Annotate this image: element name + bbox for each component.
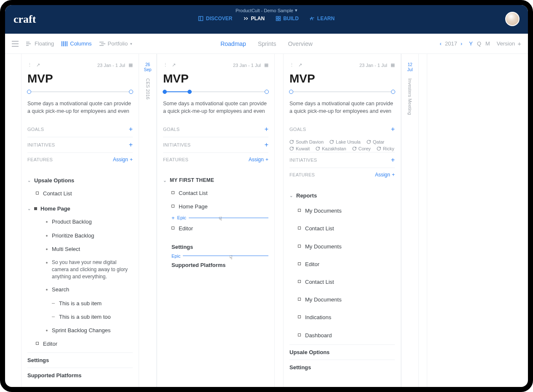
- nav-plan[interactable]: PLAN: [244, 16, 265, 21]
- tree-item[interactable]: Dashboard: [289, 327, 395, 344]
- zoom-year[interactable]: Y: [469, 40, 473, 47]
- column-description: Some days a motivational quote can provi…: [163, 100, 268, 115]
- group-supported-platforms[interactable]: Supported Platforms: [163, 259, 268, 271]
- section-initiatives[interactable]: INITIATIVES +: [27, 137, 133, 153]
- tree-item[interactable]: Multi Select: [27, 243, 133, 256]
- group-supported-platforms[interactable]: Supported Platforms: [27, 368, 133, 383]
- add-epic[interactable]: Epic ☟: [163, 253, 268, 259]
- year-prev-icon[interactable]: ‹: [440, 40, 442, 47]
- nav-discover[interactable]: DISCOVER: [198, 16, 233, 21]
- goal-chip[interactable]: South Davion: [289, 139, 324, 144]
- assign-button[interactable]: Assign+: [375, 172, 395, 178]
- nav-build[interactable]: BUILD: [276, 16, 299, 21]
- date-range: 23 Jan - 1 Jul: [359, 63, 387, 68]
- share-icon[interactable]: ↗: [172, 62, 176, 68]
- progress-slider[interactable]: [163, 90, 268, 94]
- group-upsale-options[interactable]: ⌄ Upsale Options: [27, 174, 133, 187]
- tree-item[interactable]: My Documents: [289, 202, 395, 220]
- group-upsale-options[interactable]: Upsale Options: [289, 344, 395, 360]
- milestone-strip[interactable]: 26 Sep CES 2016: [139, 54, 157, 387]
- group-my-first-theme[interactable]: ⌄ MY FIRST THEME: [163, 174, 268, 187]
- progress-slider[interactable]: [27, 90, 133, 94]
- goal-chip[interactable]: Kuwait: [289, 146, 310, 151]
- tree-item[interactable]: Contact List: [163, 187, 268, 200]
- plus-icon[interactable]: +: [265, 141, 268, 149]
- zoom-month[interactable]: M: [485, 40, 490, 47]
- section-features[interactable]: FEATURES Assign+: [27, 153, 133, 166]
- menu-icon[interactable]: [12, 41, 19, 47]
- tree-item[interactable]: Prioritize Backlog: [27, 229, 133, 243]
- goal-chip[interactable]: Corey: [352, 146, 371, 151]
- tab-sprints[interactable]: Sprints: [258, 40, 276, 47]
- goal-chips: South Davion Lake Ursula Qatar Kuwait Ka…: [289, 137, 395, 152]
- group-settings[interactable]: Settings: [289, 360, 395, 375]
- tree-item[interactable]: Editor: [163, 222, 268, 235]
- group-reports[interactable]: ⌄ Reports: [289, 189, 395, 202]
- column-menu-icon[interactable]: ⋮: [27, 62, 32, 68]
- goal-chip[interactable]: Lake Ursula: [329, 139, 361, 144]
- group-settings[interactable]: Settings: [163, 241, 268, 253]
- tab-overview[interactable]: Overview: [288, 40, 312, 47]
- tree-item[interactable]: Editor: [289, 256, 395, 273]
- section-goals[interactable]: GOALS +: [27, 122, 133, 137]
- svg-rect-4: [279, 19, 280, 21]
- tree-item[interactable]: Contact List: [289, 273, 395, 291]
- section-features[interactable]: FEATURES Assign+: [163, 153, 268, 166]
- tree-subitem[interactable]: This is a sub item too: [27, 310, 133, 324]
- tree-item[interactable]: Contact List: [289, 220, 395, 237]
- milestone-strip[interactable]: 12 Jul Investers Meeting: [401, 54, 419, 387]
- cursor-hand-icon: ☟: [219, 216, 222, 222]
- nav-learn[interactable]: LEARN: [310, 16, 335, 21]
- section-features[interactable]: FEATURES Assign+: [289, 168, 395, 181]
- tree-item[interactable]: Search: [27, 283, 133, 296]
- year-label: 2017: [445, 40, 457, 47]
- goal-chip[interactable]: Kazakhstan: [316, 146, 346, 151]
- section-goals[interactable]: GOALS +: [163, 122, 268, 137]
- plus-icon[interactable]: +: [129, 125, 133, 133]
- tree-item[interactable]: Product Backlog: [27, 215, 133, 229]
- tree-item[interactable]: Indications: [289, 309, 395, 326]
- view-columns[interactable]: Columns: [62, 40, 91, 47]
- tree-item[interactable]: Editor: [27, 337, 133, 351]
- version-selector[interactable]: Version +: [497, 40, 521, 47]
- tree-item[interactable]: So you have your new digital camera and …: [27, 256, 133, 283]
- goal-chip[interactable]: Qatar: [367, 139, 385, 144]
- calendar-icon[interactable]: ▦: [129, 62, 133, 68]
- assign-button[interactable]: Assign+: [249, 157, 268, 163]
- add-epic[interactable]: + Epic ☟: [163, 214, 268, 222]
- share-icon[interactable]: ↗: [36, 62, 40, 68]
- group-home-page[interactable]: ⌄ Home Page: [27, 202, 133, 215]
- group-settings[interactable]: Settings: [27, 352, 133, 368]
- column-menu-icon[interactable]: ⋮: [289, 62, 294, 68]
- calendar-icon[interactable]: ▦: [391, 62, 395, 68]
- tree-item[interactable]: My Documents: [289, 291, 395, 309]
- zoom-quarter[interactable]: Q: [477, 40, 481, 47]
- plus-icon[interactable]: +: [391, 156, 395, 164]
- top-header: craft ProductCult - Demo Sample ▾ DISCOV…: [5, 5, 528, 34]
- workspace-selector[interactable]: ProductCult - Demo Sample ▾: [5, 5, 528, 16]
- progress-slider[interactable]: [289, 90, 395, 94]
- tab-roadmap[interactable]: Roadmap: [220, 40, 246, 47]
- goal-chip[interactable]: Ricky: [377, 146, 394, 151]
- tree-item[interactable]: Home Page: [163, 200, 268, 213]
- portfolio-icon: [99, 41, 105, 46]
- plus-icon[interactable]: +: [129, 141, 133, 149]
- user-avatar[interactable]: [505, 12, 520, 26]
- calendar-icon[interactable]: ▦: [264, 62, 268, 68]
- section-initiatives[interactable]: INITIATIVES +: [163, 137, 268, 153]
- tree-item[interactable]: Contact List: [27, 187, 133, 200]
- tree-item[interactable]: My Documents: [289, 238, 395, 256]
- share-icon[interactable]: ↗: [298, 62, 302, 68]
- year-next-icon[interactable]: ›: [461, 40, 462, 47]
- section-initiatives[interactable]: INITIATIVES +: [289, 152, 395, 168]
- svg-rect-0: [199, 16, 203, 21]
- column-menu-icon[interactable]: ⋮: [163, 62, 168, 68]
- view-portfolio[interactable]: Portfolio ▾: [99, 40, 133, 47]
- view-floating[interactable]: Floating: [26, 40, 54, 47]
- assign-button[interactable]: Assign+: [113, 157, 133, 163]
- plus-icon[interactable]: +: [391, 125, 395, 133]
- tree-subitem[interactable]: This is a sub item: [27, 297, 133, 310]
- tree-item[interactable]: Sprint Backlog Changes: [27, 324, 133, 337]
- plus-icon[interactable]: +: [265, 125, 268, 133]
- section-goals[interactable]: GOALS +: [289, 122, 395, 137]
